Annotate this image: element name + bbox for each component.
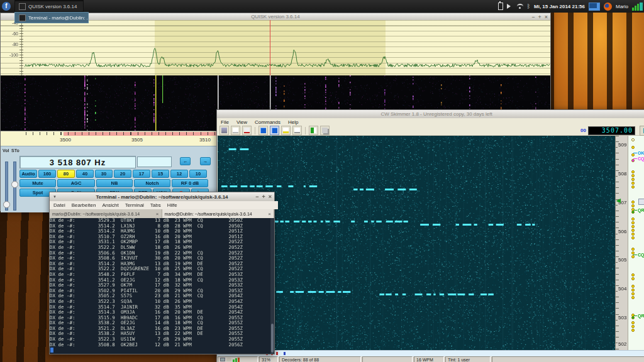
sto-slider-knob[interactable]	[11, 181, 18, 188]
band-button[interactable]: 160	[38, 170, 56, 178]
workspace-switcher-icon[interactable]	[589, 3, 600, 11]
mute-icon[interactable]	[242, 126, 252, 135]
scrollbar-thumb[interactable]	[271, 324, 274, 353]
menu-item[interactable]: Commands	[255, 119, 280, 125]
station-dot[interactable]	[631, 170, 635, 173]
control-button[interactable]: Mute	[19, 179, 56, 187]
band-button[interactable]: 15	[152, 170, 169, 178]
station-dot[interactable]	[631, 233, 635, 236]
taskbar-window-button[interactable]: QUISK version 3.6.14	[14, 1, 84, 12]
station-dot[interactable]	[631, 185, 635, 189]
decoded-station-label[interactable]: CQ I	[638, 156, 644, 161]
chevron-down-icon[interactable]: ▼	[53, 195, 57, 199]
station-dot[interactable]	[631, 296, 635, 299]
station-dot[interactable]	[631, 217, 635, 221]
menu-item[interactable]: Help	[288, 119, 298, 125]
skimmer-waterfall-canvas[interactable]	[218, 136, 615, 350]
volume-icon[interactable]	[507, 4, 513, 9]
rig-dropdown-button[interactable]: ▾	[640, 126, 644, 136]
decoded-station-label[interactable]: QRL	[638, 314, 644, 318]
band-button[interactable]: 80	[57, 170, 75, 178]
firefox-icon[interactable]	[604, 3, 612, 11]
band-button[interactable]: 40	[76, 170, 94, 178]
waterfall-view-icon[interactable]	[219, 126, 229, 135]
sto-slider[interactable]	[13, 162, 16, 211]
tune-up-button[interactable]: →	[200, 157, 211, 165]
station-dot[interactable]	[631, 204, 635, 207]
menu-item[interactable]: Datei	[53, 202, 65, 208]
tab-close-icon[interactable]: ×	[268, 211, 271, 217]
terminal-titlebar[interactable]: ▼ Terminal - mario@Dublin: ~/software/qu…	[50, 192, 274, 202]
skimmer-titlebar[interactable]: CW Skimmer 1.8 - Unregistered copy, 30 d…	[217, 110, 644, 119]
battery-icon[interactable]	[498, 3, 503, 10]
band-button[interactable]: 20	[114, 170, 131, 178]
clock[interactable]: Mi, 15 Jan 2014 21:56	[534, 4, 585, 9]
station-dot[interactable]	[631, 182, 635, 185]
station-dot[interactable]	[631, 316, 635, 319]
station-dot[interactable]	[631, 211, 635, 214]
vol-slider[interactable]	[5, 162, 8, 211]
taskbar-window-button[interactable]: Terminal - mario@Dublin: ...	[14, 12, 89, 23]
station-dot[interactable]	[631, 325, 635, 328]
minimize-icon[interactable]: −	[255, 194, 258, 200]
vol-slider-knob[interactable]	[3, 201, 10, 208]
maximize-icon[interactable]: +	[262, 194, 265, 200]
band-button[interactable]: 10	[189, 170, 207, 178]
station-dot[interactable]	[631, 273, 635, 277]
station-dot[interactable]	[631, 153, 635, 156]
station-dot[interactable]	[631, 200, 635, 204]
menu-item[interactable]: View	[236, 119, 247, 125]
station-dot[interactable]	[631, 292, 635, 295]
station-dot[interactable]	[631, 255, 635, 258]
monitor-a-icon[interactable]	[258, 126, 268, 135]
tab-close-icon[interactable]: ×	[156, 211, 159, 217]
terminal-tab[interactable]: mario@Dublin: ~/software/quisk/quisk-3.6…	[50, 209, 162, 218]
decoded-station-label[interactable]: QRL	[638, 208, 644, 212]
bluetooth-icon[interactable]: ᛒ	[527, 3, 530, 9]
skimmer-frequency-ruler[interactable]: 509508507506505504503502 ◀	[615, 136, 628, 350]
control-button[interactable]: NB	[96, 179, 133, 187]
station-dot[interactable]	[631, 146, 635, 149]
log-icon[interactable]	[292, 126, 302, 135]
close-icon[interactable]: ×	[269, 194, 272, 200]
station-dot[interactable]	[631, 174, 635, 177]
menu-item[interactable]: Terminal	[125, 202, 144, 208]
band-button[interactable]: Audio	[19, 170, 37, 178]
decoded-station-label[interactable]: CQ 5	[638, 253, 644, 257]
station-dot[interactable]	[631, 138, 635, 141]
maximize-icon[interactable]: +	[538, 14, 541, 20]
minimize-icon[interactable]: −	[531, 14, 535, 20]
station-dot[interactable]	[631, 178, 635, 181]
station-dot[interactable]	[631, 321, 635, 324]
menu-item[interactable]: Hilfe	[167, 202, 177, 208]
menu-item[interactable]: File	[221, 119, 229, 125]
menu-item[interactable]: Tabs	[150, 202, 161, 208]
tune-down-button[interactable]: ←	[180, 157, 191, 165]
band-button[interactable]: 30	[95, 170, 113, 178]
band-map-icon[interactable]	[309, 126, 318, 135]
control-button[interactable]: RF 0 dB	[172, 179, 208, 187]
station-dot[interactable]	[631, 285, 635, 288]
station-dot[interactable]	[631, 159, 635, 162]
station-dot[interactable]	[631, 288, 635, 292]
station-dot[interactable]	[631, 236, 635, 239]
band-button[interactable]: 17	[133, 170, 150, 178]
close-icon[interactable]: ×	[545, 14, 548, 20]
monitor-b-icon[interactable]	[270, 126, 279, 135]
cw-dashes-icon[interactable]	[281, 126, 291, 135]
control-button[interactable]: AGC	[57, 179, 95, 187]
station-dot[interactable]	[631, 277, 635, 280]
wifi-icon[interactable]	[517, 4, 523, 9]
frequency-display[interactable]: 3 518 807 Hz	[19, 156, 136, 168]
menu-item[interactable]: Ansicht	[102, 202, 118, 208]
station-dot[interactable]	[631, 248, 635, 251]
terminal-tab[interactable]: mario@Dublin: ~/software/quisk/quisk-3.6…	[162, 209, 275, 218]
copy-icon[interactable]	[320, 126, 330, 135]
user-menu[interactable]: Mario	[616, 4, 628, 9]
terminal-scrollbar[interactable]	[270, 218, 274, 354]
menu-item[interactable]: Bearbeiten	[72, 202, 96, 208]
decoded-station-label[interactable]: OK2	[638, 151, 644, 155]
band-button[interactable]: 12	[170, 170, 188, 178]
station-dot[interactable]	[631, 221, 635, 224]
station-dot[interactable]	[631, 225, 635, 228]
